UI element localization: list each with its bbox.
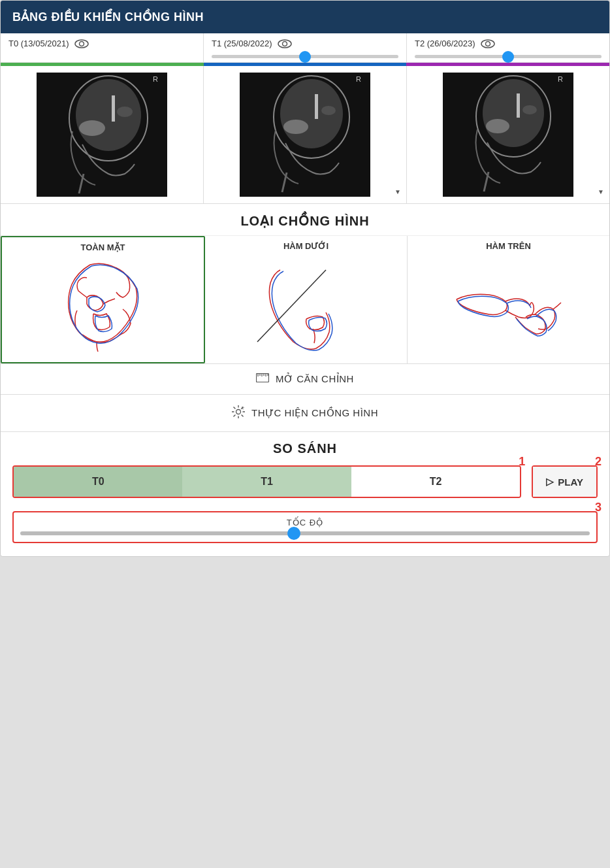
thuc-hien-label: THỰC HIỆN CHỒNG HÌNH <box>251 407 378 419</box>
t1-slider[interactable] <box>212 55 398 58</box>
svg-point-5 <box>485 41 490 46</box>
xray-t2[interactable]: R ▼ <box>407 66 609 203</box>
ham-tren-overlay-svg <box>443 257 574 352</box>
t0-label: T0 (13/05/2021) <box>8 39 69 48</box>
svg-text:R: R <box>153 75 158 83</box>
compare-section: SO SÁNH 1 T0 T1 T2 2 ▷ PLAY <box>1 432 609 556</box>
overlay-ham-tren[interactable]: HÀM TRÊN <box>408 236 609 363</box>
svg-rect-28 <box>517 93 520 118</box>
play-icon: ▷ <box>546 476 554 488</box>
compare-title: SO SÁNH <box>12 441 598 456</box>
ham-duoi-label: HÀM DƯỚI <box>283 241 329 251</box>
svg-point-17 <box>283 120 308 134</box>
compare-t0-button[interactable]: T0 <box>14 467 182 497</box>
panel-title: BẢNG ĐIỀU KHIỂN CHỒNG HÌNH <box>12 10 204 24</box>
xray-t1-image: R <box>240 73 370 197</box>
t2-visibility-toggle[interactable] <box>481 39 495 48</box>
xray-t1-svg: R <box>240 73 370 197</box>
overlay-types-row: TOÀN MẶT <box>1 236 609 364</box>
xray-t0-image: R <box>37 73 167 197</box>
ham-tren-label: HÀM TRÊN <box>486 241 531 251</box>
ham-tren-svg-container <box>414 255 603 353</box>
speed-slider-row <box>20 531 590 535</box>
panel-header: BẢNG ĐIỀU KHIỂN CHỒNG HÌNH <box>1 1 609 33</box>
t1-dropdown-arrow[interactable]: ▼ <box>394 188 401 195</box>
timepoint-t2: T2 (26/06/2023) <box>407 33 609 62</box>
speed-section-outer: 3 TỐC ĐỘ <box>12 511 598 543</box>
compare-t2-button[interactable]: T2 <box>351 467 520 497</box>
main-panel: BẢNG ĐIỀU KHIỂN CHỒNG HÌNH T0 (13/05/202… <box>0 0 610 557</box>
ruler-icon <box>256 373 269 385</box>
mo-can-chinh-label: MỞ CĂN CHỈNH <box>276 373 354 385</box>
timepoint-t1: T1 (25/08/2022) <box>204 33 407 62</box>
speed-section: TỐC ĐỘ <box>12 511 598 543</box>
play-button-outer: 2 ▷ PLAY <box>532 465 598 498</box>
compare-controls-row: 1 T0 T1 T2 2 ▷ PLAY <box>12 465 598 498</box>
svg-rect-12 <box>112 95 115 122</box>
play-button-wrapper: ▷ PLAY <box>532 465 598 498</box>
svg-point-8 <box>76 79 141 151</box>
svg-point-1 <box>79 41 84 46</box>
toan-mat-overlay-svg <box>38 258 169 353</box>
xray-t2-svg: R <box>443 73 573 197</box>
svg-point-24 <box>483 79 544 147</box>
svg-point-9 <box>79 120 105 136</box>
svg-point-18 <box>321 106 336 115</box>
timepoint-buttons-outer: 1 T0 T1 T2 <box>12 465 521 498</box>
play-label: PLAY <box>558 476 583 488</box>
svg-rect-20 <box>315 94 318 119</box>
timepoints-row: T0 (13/05/2021) T1 (25/08/2022) <box>1 33 609 63</box>
compare-t1-button[interactable]: T1 <box>182 467 351 497</box>
svg-text:R: R <box>356 75 361 83</box>
overlay-toan-mat[interactable]: TOÀN MẶT <box>1 236 205 363</box>
svg-point-3 <box>282 41 287 46</box>
svg-point-10 <box>117 107 133 117</box>
xray-images-row: R R ▼ <box>1 66 609 204</box>
play-button[interactable]: ▷ PLAY <box>533 467 596 497</box>
t2-label: T2 (26/06/2023) <box>415 39 475 48</box>
t1-label: T1 (25/08/2022) <box>212 39 272 48</box>
svg-point-38 <box>236 410 241 414</box>
toan-mat-svg-container <box>8 256 197 354</box>
xray-t0-svg: R <box>37 73 167 197</box>
ham-duoi-svg-container <box>212 255 400 353</box>
svg-point-25 <box>486 119 509 133</box>
xray-t0: R <box>1 66 204 203</box>
timepoint-t0: T0 (13/05/2021) <box>1 33 204 62</box>
overlay-types-title: LOẠI CHỒNG HÌNH <box>1 204 609 236</box>
thuc-hien-row[interactable]: THỰC HIỆN CHỒNG HÌNH <box>1 395 609 432</box>
speed-slider[interactable] <box>20 531 590 535</box>
overlay-ham-duoi[interactable]: HÀM DƯỚI <box>205 236 408 363</box>
gear-settings-icon <box>232 405 245 421</box>
xray-t2-image: R <box>443 73 573 197</box>
svg-point-26 <box>522 105 537 114</box>
toan-mat-label: TOÀN MẶT <box>81 242 125 252</box>
timepoint-buttons-wrapper: T0 T1 T2 <box>12 465 521 498</box>
t1-visibility-toggle[interactable] <box>278 39 292 48</box>
mo-can-chinh-row[interactable]: MỞ CĂN CHỈNH <box>1 364 609 395</box>
speed-label: TỐC ĐỘ <box>20 518 590 527</box>
t2-dropdown-arrow[interactable]: ▼ <box>598 188 604 195</box>
t0-visibility-toggle[interactable] <box>74 39 89 48</box>
svg-text:R: R <box>558 75 563 83</box>
t2-slider[interactable] <box>415 55 602 58</box>
ham-duoi-overlay-svg <box>241 257 372 352</box>
xray-t1[interactable]: R ▼ <box>204 66 407 203</box>
